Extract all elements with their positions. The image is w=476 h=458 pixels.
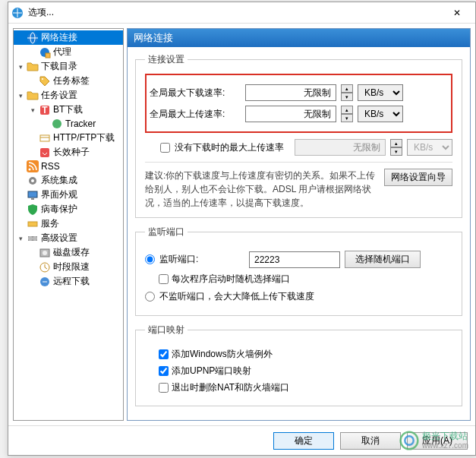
svg-text:T: T (42, 105, 48, 115)
svg-rect-9 (40, 135, 49, 141)
tree-item-taskset[interactable]: ▾任务设置 (14, 88, 123, 103)
label-random-startup: 每次程序启动时随机选择端口 (172, 273, 290, 286)
svg-point-12 (29, 169, 31, 171)
input-nodl-upload (295, 139, 386, 156)
input-max-download[interactable] (245, 84, 336, 101)
tree-item-label: 网络连接 (41, 31, 77, 44)
folder-icon (27, 61, 39, 73)
svg-point-5 (42, 78, 43, 80)
expander-icon[interactable] (29, 77, 37, 85)
radio-no-listen[interactable] (145, 292, 155, 302)
expander-icon[interactable] (17, 33, 25, 42)
remote-icon (39, 276, 51, 288)
legend-portmap: 端口映射 (145, 324, 188, 336)
tree-item-label: 远程下载 (53, 275, 90, 288)
checkbox-nodl-upload[interactable] (160, 143, 170, 153)
tree-item-label: 服务 (41, 217, 59, 230)
tree-item-sysint[interactable]: 系统集成 (14, 173, 123, 188)
expander-icon[interactable] (29, 263, 37, 271)
expander-icon[interactable]: ▾ (29, 106, 37, 114)
checkbox-nat[interactable] (159, 383, 169, 393)
label-upnp: 添加UPNP端口映射 (172, 365, 251, 377)
expander-icon[interactable] (41, 120, 49, 128)
tree-item-label: Tracker (65, 118, 96, 129)
tree-item-service[interactable]: 服务 (14, 216, 123, 231)
window-title: 选项... (28, 6, 442, 19)
advice-text: 建议:你的下载速度与上传速度有密切的关系。如果不上传给别人，别人也不会让你下载。… (145, 169, 377, 210)
svg-point-14 (31, 179, 34, 182)
expander-icon[interactable] (17, 163, 25, 171)
svg-rect-15 (28, 191, 37, 197)
folder-task-icon (27, 90, 39, 102)
dialog-footer: 确定 取消 应用(A) (8, 425, 475, 455)
expander-icon[interactable] (17, 205, 25, 213)
expander-icon[interactable]: ▾ (17, 234, 25, 242)
tree-item-bt[interactable]: ▾TBT下载 (14, 103, 123, 117)
input-port[interactable] (249, 251, 340, 268)
tree-item-label: 任务设置 (41, 89, 77, 102)
expander-icon[interactable] (17, 220, 25, 228)
disk-icon (39, 247, 51, 259)
expander-icon[interactable]: ▾ (17, 91, 25, 99)
group-listen-port: 监听端口 监听端口: 选择随机端口 每次程序启动时随机选择端口 不监听端口，会大… (135, 226, 462, 316)
spinner-download[interactable]: ▴▾ (341, 84, 353, 101)
radio-listen[interactable] (145, 254, 155, 264)
ok-button[interactable]: 确定 (273, 432, 334, 450)
tree-item-httpftp[interactable]: HTTP/FTP下载 (14, 131, 123, 145)
expander-icon[interactable] (29, 248, 37, 257)
monitor-icon (27, 189, 39, 201)
tree-item-longseed[interactable]: 长效种子 (14, 145, 123, 160)
checkbox-upnp[interactable] (159, 366, 169, 376)
panel-title: 网络连接 (128, 29, 470, 47)
expander-icon[interactable] (17, 191, 25, 199)
legend-listen: 监听端口 (145, 226, 188, 238)
tree-item-advanced[interactable]: ▾高级设置 (14, 231, 123, 245)
tree-item-virus[interactable]: 病毒保护 (14, 202, 123, 216)
group-connection: 连接设置 全局最大下载速率: ▴▾ KB/s 全局最大上传速率: ▴▾ (135, 53, 462, 218)
svg-rect-11 (27, 160, 39, 172)
expander-icon[interactable] (29, 48, 37, 56)
unit-download[interactable]: KB/s (358, 84, 403, 101)
tree-item-tracker[interactable]: Tracker (14, 117, 123, 131)
nav-tree[interactable]: 网络连接代理▾下载目录任务标签▾任务设置▾TBT下载TrackerHTTP/FT… (13, 28, 124, 421)
tree-item-label: 代理 (53, 46, 71, 58)
expander-icon[interactable] (29, 277, 37, 286)
tree-item-tasktag[interactable]: 任务标签 (14, 74, 123, 88)
random-port-button[interactable]: 选择随机端口 (345, 251, 421, 268)
checkbox-random-startup[interactable] (159, 274, 169, 284)
expander-icon[interactable] (29, 134, 37, 142)
expander-icon[interactable] (29, 148, 37, 156)
close-icon: ✕ (453, 8, 461, 18)
svg-rect-4 (46, 53, 50, 58)
spinner-nodl: ▴▾ (390, 139, 402, 156)
tree-item-diskcache[interactable]: 磁盘缓存 (14, 245, 123, 260)
tree-item-network[interactable]: 网络连接 (14, 30, 123, 45)
tree-item-proxy[interactable]: 代理 (14, 45, 123, 59)
globe-proxy-icon (39, 46, 51, 58)
tracker-icon (51, 118, 63, 130)
expander-icon[interactable] (17, 176, 25, 185)
tree-item-rss[interactable]: RSS (14, 160, 123, 173)
tree-item-remote[interactable]: 远程下载 (14, 274, 123, 289)
unit-nodl: KB/s (407, 139, 452, 156)
globe-icon (27, 32, 39, 44)
label-max-download: 全局最大下载速率: (150, 87, 241, 99)
tree-item-label: HTTP/FTP下载 (53, 131, 115, 144)
rss-icon (27, 160, 39, 172)
label-nat: 退出时删除NAT和防火墙端口 (172, 381, 289, 394)
network-wizard-button[interactable]: 网络设置向导 (384, 169, 452, 186)
cancel-button[interactable]: 取消 (340, 432, 401, 450)
unit-upload[interactable]: KB/s (358, 106, 403, 122)
input-max-upload[interactable] (245, 106, 336, 122)
label-firewall: 添加Windows防火墙例外 (172, 348, 273, 361)
checkbox-firewall[interactable] (159, 349, 169, 359)
close-button[interactable]: ✕ (442, 2, 472, 24)
tree-item-dldir[interactable]: ▾下载目录 (14, 59, 123, 74)
tree-item-speedlimit[interactable]: 时段限速 (14, 260, 123, 274)
expander-icon[interactable]: ▾ (17, 62, 25, 71)
title-bar[interactable]: 选项... ✕ (8, 2, 475, 24)
tree-item-label: RSS (41, 161, 60, 172)
apply-button[interactable]: 应用(A) (407, 432, 468, 450)
tree-item-ui[interactable]: 界面外观 (14, 188, 123, 202)
spinner-upload[interactable]: ▴▾ (341, 106, 353, 122)
